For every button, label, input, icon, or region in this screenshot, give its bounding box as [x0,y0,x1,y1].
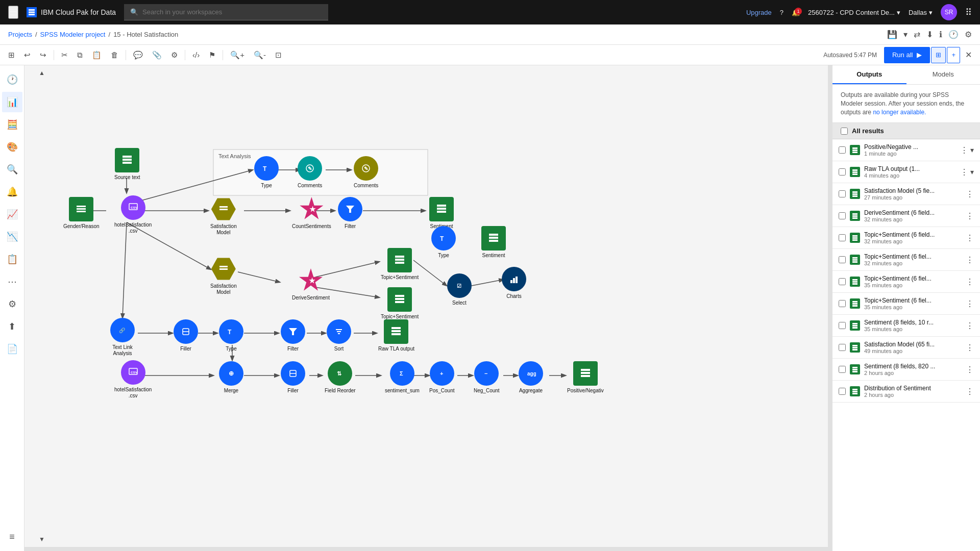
result-more-4[interactable]: ⋮ [966,233,974,243]
apps-icon[interactable]: ⠿ [965,7,972,18]
region-selector[interactable]: Dallas ▾ [909,9,933,16]
table-view-button[interactable]: ⊞ [931,47,946,63]
sidebar-item-data[interactable]: 📊 [2,92,22,112]
node-pos-count[interactable]: + Pos_Count [429,361,454,394]
sidebar-item-notifications[interactable]: 🔔 [2,182,22,202]
node-topic-sentiment-upper[interactable]: Topic+Sentiment [381,248,419,281]
sidebar-item-scatter[interactable]: ⋯ [2,271,22,292]
result-item-1[interactable]: Raw TLA output (1... 4 minutes ago ⋮ ▾ [832,161,980,183]
run-all-button[interactable]: Run all ▶ [884,47,930,63]
result-item-10[interactable]: Sentiment (8 fields, 820 ... 2 hours ago… [832,359,980,381]
result-checkbox-3[interactable] [839,212,846,219]
node-filler-2[interactable]: Filler [281,361,305,394]
cut-button[interactable]: ✂ [57,47,72,63]
redo-button[interactable]: ↪ [36,47,51,63]
result-item-3[interactable]: DeriveSentiment (6 field... 32 minutes a… [832,205,980,227]
result-item-0[interactable]: Positive/Negative ... 1 minute ago ⋮ ▾ [832,139,980,161]
breadcrumb-modeler[interactable]: SPSS Modeler project [40,31,106,38]
code-button[interactable]: ‹/› [188,47,204,62]
node-satisfaction-model-2[interactable]: SatisfactionModel [210,257,237,295]
node-field-reorder[interactable]: ⇅ Field Reorder [325,361,356,394]
info-icon[interactable]: ℹ [939,30,942,39]
sidebar-item-settings[interactable]: ⚙ [2,294,22,314]
node-sentiment-1[interactable]: Sentiment [429,197,454,230]
result-more-6[interactable]: ⋮ [966,277,974,287]
save-icon[interactable]: 💾 [887,30,897,39]
node-filter-1[interactable]: Filter [338,197,362,230]
sidebar-item-recent[interactable]: 🕐 [2,69,22,90]
workspace-selector[interactable]: 2560722 - CPD Content De... ▾ [808,9,900,16]
result-checkbox-10[interactable] [839,366,846,373]
node-count-sentiments[interactable]: ★ CountSentiments [292,197,331,230]
add-output-button[interactable]: + [947,47,960,63]
result-checkbox-1[interactable] [839,168,846,176]
chevron-down-icon[interactable]: ▾ [903,30,908,39]
breadcrumb-projects[interactable]: Projects [8,31,32,38]
node-aggregate[interactable]: agg Aggregate [519,361,543,394]
node-sentiment-sum[interactable]: Σ sentiment_sum [385,361,420,394]
annotation-button[interactable]: 📎 [148,47,166,63]
node-filter-3[interactable]: Filter [281,319,305,352]
node-comments-2[interactable]: ✎ Comments [354,156,378,189]
result-checkbox-7[interactable] [839,300,846,307]
result-item-7[interactable]: Topic+Sentiment (6 fiel... 35 minutes ag… [832,293,980,315]
node-text-link-analysis[interactable]: 🔗 Text LinkAnalysis [110,318,135,357]
node-filler-1[interactable]: Filler [174,319,198,352]
tab-models[interactable]: Models [906,65,981,84]
copy-button[interactable]: ⧉ [73,47,87,63]
download-icon[interactable]: ⬇ [926,30,933,39]
result-more-1[interactable]: ⋮ [960,167,968,177]
result-checkbox-9[interactable] [839,344,846,351]
node-raw-tla[interactable]: Raw TLA output [378,319,414,352]
result-checkbox-2[interactable] [839,190,846,197]
horizontal-scrollbar[interactable] [24,547,828,551]
node-derive-sentiment[interactable]: ★ DeriveSentiment [292,268,330,301]
node-type-3[interactable]: T Type [219,319,243,352]
palette-button[interactable]: ⚑ [205,47,219,63]
result-item-9[interactable]: Satisfaction Model (65 fi... 49 minutes … [832,337,980,359]
search-box[interactable]: 🔍 [124,4,328,20]
upgrade-button[interactable]: Upgrade [746,9,772,16]
node-sentiment-2[interactable]: Sentiment [481,226,506,259]
sidebar-item-report[interactable]: 📄 [2,339,22,359]
node-neg-count[interactable]: − Neg_Count [474,361,500,394]
sidebar-item-chart[interactable]: 📈 [2,204,22,224]
undo-button[interactable]: ↩ [20,47,35,63]
node-hotel-sat[interactable]: csv hotelSatisfaction.csv [114,195,152,234]
result-checkbox-0[interactable] [839,146,846,154]
search-input[interactable] [142,8,322,16]
zoom-out-button[interactable]: 🔍- [250,47,270,63]
node-merge[interactable]: ⊕ Merge [219,361,243,394]
result-checkbox-8[interactable] [839,322,846,329]
user-account-button[interactable]: SR [941,4,957,20]
tab-outputs[interactable]: Outputs [832,65,906,84]
select-all-checkbox[interactable] [841,128,848,135]
result-item-11[interactable]: Distribution of Sentiment 2 hours ago ⋮ [832,381,980,403]
result-item-6[interactable]: Topic+Sentiment (6 fiel... 35 minutes ag… [832,271,980,293]
close-panel-button[interactable]: ✕ [961,47,976,63]
node-select[interactable]: ☑ Select [447,273,472,306]
result-more-10[interactable]: ⋮ [966,365,974,374]
result-more-8[interactable]: ⋮ [966,321,974,331]
add-node-button[interactable]: ⊞ [4,47,19,63]
result-more-5[interactable]: ⋮ [966,255,974,265]
result-more-9[interactable]: ⋮ [966,343,974,353]
result-item-4[interactable]: Topic+Sentiment (6 field... 32 minutes a… [832,227,980,249]
filter-button[interactable]: ⚙ [167,47,182,63]
flow-canvas-area[interactable]: Text Analysis [24,65,832,551]
result-checkbox-11[interactable] [839,388,846,395]
result-checkbox-4[interactable] [839,234,846,241]
result-more-7[interactable]: ⋮ [966,299,974,309]
sidebar-item-line[interactable]: 📋 [2,249,22,269]
comment-button[interactable]: 💬 [129,47,147,63]
zoom-in-button[interactable]: 🔍+ [226,47,249,63]
node-topic-sentiment-lower[interactable]: Topic+Sentiment [381,287,419,320]
node-source-text[interactable]: Source text [114,148,140,181]
result-item-5[interactable]: Topic+Sentiment (6 fiel... 32 minutes ag… [832,249,980,271]
scroll-down-button[interactable]: ▼ [39,536,45,543]
node-comments-1[interactable]: ✎ Comments [298,156,322,189]
compare-icon[interactable]: ⇄ [914,30,920,39]
result-checkbox-6[interactable] [839,278,846,285]
node-type-ta[interactable]: T Type [254,156,279,189]
sidebar-item-help[interactable]: ≡ [2,527,22,547]
